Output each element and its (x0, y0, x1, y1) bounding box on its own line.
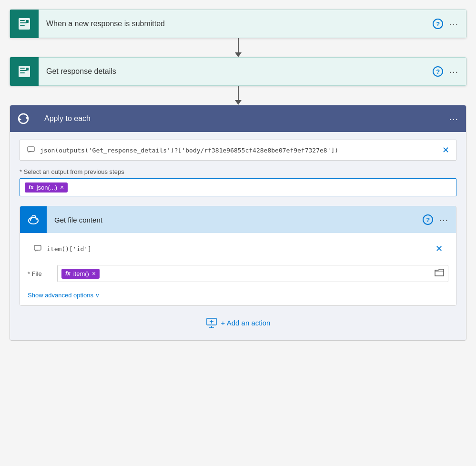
add-action-button[interactable]: + Add an action (206, 317, 271, 328)
add-action-label: + Add an action (221, 319, 271, 327)
svg-rect-2 (20, 22, 27, 23)
step1-help-icon[interactable]: ? (433, 19, 443, 29)
arrow-head-2 (235, 100, 242, 105)
get-file-content-header: Get file content ? ··· (20, 206, 456, 233)
item-fx-icon: fx (65, 270, 71, 277)
item-expression-content: item()['id'] (33, 244, 91, 253)
item-token-label: item() (73, 270, 89, 277)
apply-to-each-ellipsis-button[interactable]: ··· (449, 113, 458, 124)
step1-header: When a new response is submitted ? ··· (10, 10, 466, 38)
get-file-content-actions: ? ··· (423, 214, 448, 225)
item-expression-text: item()['id'] (47, 245, 91, 253)
step1-icon (10, 10, 39, 38)
svg-marker-11 (19, 118, 21, 121)
json-token-pill: fx json(...) × (25, 182, 68, 192)
item-expression-box: item()['id'] ✕ (28, 240, 448, 258)
item-expression-close-button[interactable]: ✕ (435, 243, 443, 254)
svg-rect-3 (20, 25, 25, 26)
get-file-content-ellipsis-button[interactable]: ··· (439, 214, 448, 225)
get-file-content-title: Get file content (47, 216, 423, 224)
step1-ellipsis-button[interactable]: ··· (449, 19, 458, 30)
file-field-label: * File (28, 270, 51, 277)
get-file-content-icon (20, 206, 47, 233)
select-output-field[interactable]: fx json(...) × (20, 178, 456, 196)
step2-actions: ? ··· (433, 66, 458, 77)
step2-title: Get response details (39, 67, 433, 76)
svg-rect-14 (34, 245, 41, 250)
json-token-remove-button[interactable]: × (60, 184, 64, 191)
arrow-connector-2 (235, 86, 242, 105)
svg-rect-12 (28, 147, 34, 152)
step2-help-icon[interactable]: ? (433, 66, 443, 77)
add-action-area: + Add an action (20, 317, 456, 328)
expression-token-box: json(outputs('Get_response_details')?['b… (20, 140, 456, 161)
json-token-label: json(...) (37, 184, 57, 191)
expression-close-button[interactable]: ✕ (442, 145, 449, 155)
folder-picker-button[interactable] (435, 268, 444, 279)
apply-to-each-body: json(outputs('Get_response_details')?['b… (10, 132, 466, 340)
apply-to-each-header: Apply to each ··· (10, 105, 466, 132)
svg-rect-7 (20, 70, 27, 71)
apply-to-each-block: Apply to each ··· json(outputs('Get_resp… (10, 105, 466, 341)
show-advanced-options-button[interactable]: Show advanced options ∨ (28, 292, 100, 299)
svg-rect-4 (26, 20, 29, 23)
file-label-text: * File (28, 270, 42, 277)
svg-rect-0 (19, 18, 30, 30)
step2-icon (10, 57, 39, 86)
file-input-tokens: fx item() × (61, 269, 100, 279)
step2-block: Get response details ? ··· (10, 57, 466, 86)
apply-to-each-title: Apply to each (37, 114, 449, 123)
item-token-pill: fx item() × (61, 269, 100, 279)
step2-ellipsis-button[interactable]: ··· (449, 66, 458, 77)
expression-content: json(outputs('Get_response_details')?['b… (27, 145, 338, 155)
svg-rect-5 (19, 66, 30, 77)
file-field-row: * File fx item() × (28, 265, 448, 282)
file-input-area[interactable]: fx item() × (57, 265, 448, 282)
arrow-line-1 (238, 38, 239, 52)
step1-block: When a new response is submitted ? ··· (10, 10, 466, 38)
flow-container: When a new response is submitted ? ··· (10, 10, 466, 341)
show-advanced-label: Show advanced options (28, 292, 93, 299)
fx-icon: fx (29, 184, 34, 191)
apply-to-each-icon (10, 105, 37, 132)
add-action-icon (206, 317, 217, 328)
svg-rect-8 (20, 72, 25, 73)
chat-bubble-icon (27, 145, 36, 155)
get-file-content-body: item()['id'] ✕ * File fx (20, 233, 456, 305)
item-token-remove-button[interactable]: × (92, 270, 96, 277)
select-output-label: * Select an output from previous steps (20, 168, 456, 175)
svg-rect-1 (20, 20, 25, 21)
expression-text: json(outputs('Get_response_details')?['b… (40, 147, 338, 154)
step2-header: Get response details ? ··· (10, 57, 466, 86)
arrow-head-1 (235, 52, 242, 57)
step1-title: When a new response is submitted (39, 20, 433, 28)
svg-rect-6 (20, 68, 25, 69)
get-file-content-help-icon[interactable]: ? (423, 214, 433, 225)
arrow-connector-1 (235, 38, 242, 57)
svg-rect-9 (26, 68, 29, 71)
chevron-down-icon: ∨ (95, 292, 100, 299)
arrow-line-2 (238, 86, 239, 100)
item-chat-bubble-icon (33, 244, 43, 253)
step1-actions: ? ··· (433, 19, 458, 30)
get-file-content-block: Get file content ? ··· (20, 206, 456, 306)
